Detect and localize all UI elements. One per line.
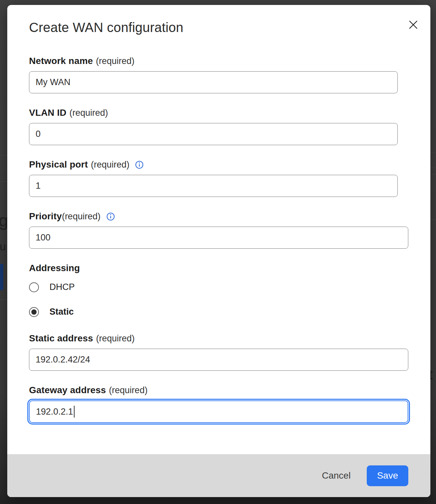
static-address-label: Static address (29, 333, 93, 343)
background-divider (0, 155, 7, 155)
physical-port-input[interactable] (29, 175, 398, 197)
vlan-id-label: VLAN ID (29, 108, 66, 118)
gateway-address-input[interactable]: 192.0.2.1 (29, 400, 408, 423)
background-divider (0, 299, 7, 300)
gateway-address-field-group: Gateway address (required) 192.0.2.1 (29, 385, 408, 423)
required-hint: (required) (96, 333, 135, 343)
radio-unselected-icon[interactable] (29, 282, 39, 292)
background-divider (0, 181, 7, 182)
dhcp-option-label: DHCP (49, 282, 75, 292)
vlan-id-field-group: VLAN ID (required) (29, 108, 408, 145)
background-divider (430, 174, 436, 174)
required-hint: (required) (62, 211, 101, 221)
close-icon (409, 20, 418, 29)
dialog-footer: Cancel Save (7, 454, 430, 497)
static-option-label: Static (49, 307, 74, 317)
priority-label: Priority (29, 211, 62, 221)
physical-port-info-icon[interactable] (135, 161, 143, 169)
save-button[interactable]: Save (367, 465, 408, 486)
static-address-field-group: Static address (required) (29, 333, 408, 371)
addressing-heading: Addressing (29, 263, 408, 273)
radio-selected-icon[interactable] (29, 307, 39, 317)
static-address-input[interactable] (29, 349, 408, 371)
background-divider (430, 152, 436, 153)
static-address-label-row: Static address (required) (29, 333, 408, 343)
required-hint: (required) (91, 160, 129, 170)
physical-port-field-group: Physical port (required) (29, 160, 408, 197)
priority-label-row: Priority (required) (29, 211, 408, 221)
required-hint: (required) (96, 56, 135, 66)
close-button[interactable] (407, 18, 420, 31)
network-name-label: Network name (29, 56, 93, 66)
physical-port-label: Physical port (29, 160, 88, 170)
addressing-option-dhcp[interactable]: DHCP (29, 282, 408, 292)
gateway-address-value: 192.0.2.1 (36, 407, 73, 417)
vlan-id-label-row: VLAN ID (required) (29, 108, 408, 118)
background-divider (430, 168, 436, 168)
priority-info-icon[interactable] (107, 212, 115, 221)
dialog-title: Create WAN configuration (29, 19, 408, 35)
required-hint: (required) (69, 108, 108, 118)
required-hint: (required) (109, 385, 147, 395)
create-wan-configuration-dialog: Create WAN configuration Network name (r… (7, 5, 430, 497)
gateway-address-label: Gateway address (29, 385, 106, 395)
physical-port-label-row: Physical port (required) (29, 160, 408, 170)
vlan-id-input[interactable] (29, 123, 398, 145)
network-name-input[interactable] (29, 71, 398, 93)
cancel-button[interactable]: Cancel (322, 470, 351, 481)
gateway-address-label-row: Gateway address (required) (29, 385, 408, 395)
priority-field-group: Priority (required) (29, 211, 408, 249)
network-name-field-group: Network name (required) (29, 56, 408, 93)
background-divider (430, 219, 436, 220)
priority-input[interactable] (29, 227, 408, 249)
network-name-label-row: Network name (required) (29, 56, 408, 66)
background-button-fragment (0, 264, 3, 290)
addressing-option-static[interactable]: Static (29, 307, 408, 317)
text-cursor (74, 406, 75, 418)
background-text-fragment: u (0, 240, 6, 253)
